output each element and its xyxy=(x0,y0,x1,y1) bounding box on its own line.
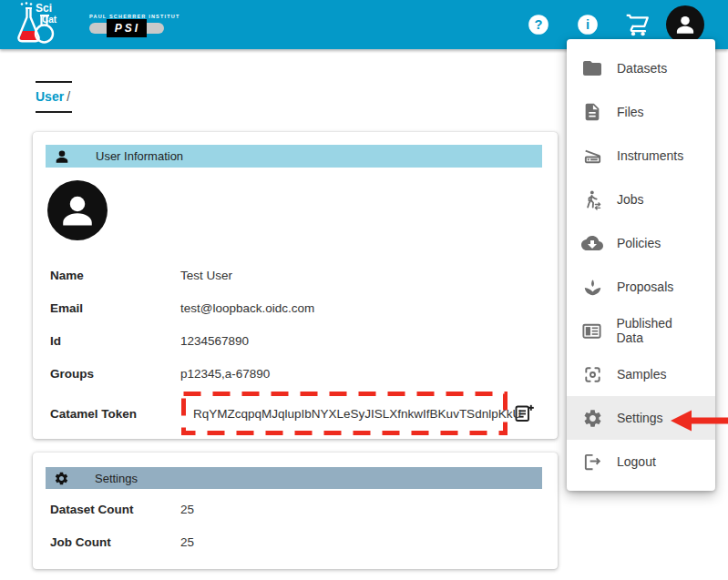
logout-icon xyxy=(581,451,603,473)
user-avatar xyxy=(47,180,108,240)
account-button[interactable] xyxy=(666,5,704,44)
scicat-logo[interactable]: Sci Cat xyxy=(11,1,64,50)
menu-item-published-data[interactable]: Published Data xyxy=(567,309,715,352)
menu-item-label: Settings xyxy=(617,411,663,425)
menu-item-label: Policies xyxy=(617,236,661,250)
card-title: User Information xyxy=(96,149,183,163)
gear-icon xyxy=(581,407,603,429)
menu-item-samples[interactable]: Samples xyxy=(567,352,715,396)
breadcrumb: User/ xyxy=(36,81,72,113)
psi-bar-icon: PSI xyxy=(89,23,164,34)
scanner-icon xyxy=(581,145,603,167)
user-avatar-icon xyxy=(57,190,97,230)
settings-card: Settings Dataset Count 25 Job Count 25 xyxy=(33,453,558,569)
field-row-id: Id 1234567890 xyxy=(33,324,558,357)
center-focus-icon xyxy=(581,363,603,385)
person-walk-icon xyxy=(581,188,603,210)
menu-item-logout[interactable]: Logout xyxy=(567,440,715,483)
menu-item-label: Files xyxy=(617,105,644,119)
scicat-flask-icon: Sci Cat xyxy=(11,1,64,46)
token-highlight-box: RqYMZcqpqMJqlupIbNYXLeSyJISLXfnkwIfBKuvT… xyxy=(180,391,508,436)
field-row-groups: Groups p12345,a-67890 xyxy=(33,357,558,390)
settings-fields: Dataset Count 25 Job Count 25 xyxy=(33,493,558,558)
menu-item-proposals[interactable]: Proposals xyxy=(567,265,715,309)
svg-text:Cat: Cat xyxy=(42,15,57,25)
user-fields: Name Test User Email test@loopback.oidc.… xyxy=(33,259,558,437)
cart-icon xyxy=(625,13,650,37)
menu-item-label: Logout xyxy=(617,454,656,469)
menu-item-label: Datasets xyxy=(617,61,667,76)
card-title: Settings xyxy=(95,472,138,485)
psi-logo[interactable]: PAUL SCHERRER INSTITUT PSI xyxy=(89,14,180,34)
settings-card-header: Settings xyxy=(46,467,542,489)
menu-item-policies[interactable]: Policies xyxy=(567,221,715,265)
menu-item-jobs[interactable]: Jobs xyxy=(567,178,715,221)
field-row-job-count: Job Count 25 xyxy=(33,525,558,558)
menu-item-files[interactable]: Files xyxy=(567,90,715,134)
svg-text:Sci: Sci xyxy=(36,2,52,15)
menu-item-label: Samples xyxy=(617,367,666,382)
reader-icon xyxy=(581,320,602,341)
catamel-token-value: RqYMZcqpqMJqlupIbNYXLeSyJISLXfnkwIfBKuvT… xyxy=(193,407,521,421)
field-row-catamel-token: Catamel Token RqYMZcqpqMJqlupIbNYXLeSyJI… xyxy=(33,390,558,437)
field-row-name: Name Test User xyxy=(33,259,558,291)
menu-item-label: Published Data xyxy=(616,316,701,345)
file-icon xyxy=(581,101,603,123)
field-row-email: Email test@loopback.oidc.com xyxy=(33,291,558,324)
breadcrumb-separator: / xyxy=(67,89,70,104)
help-button[interactable]: ? xyxy=(520,6,557,43)
menu-item-datasets[interactable]: Datasets xyxy=(567,46,715,90)
menu-item-label: Jobs xyxy=(617,192,644,207)
spa-icon xyxy=(581,276,603,298)
gear-icon xyxy=(54,471,69,486)
info-button[interactable]: i xyxy=(569,6,606,43)
user-information-header: User Information xyxy=(46,145,542,168)
folder-icon xyxy=(581,57,603,79)
info-icon: i xyxy=(576,13,600,36)
menu-item-label: Proposals xyxy=(617,280,673,294)
user-information-card: User Information Name Test User Email te… xyxy=(33,132,558,439)
cart-button[interactable] xyxy=(619,6,655,43)
breadcrumb-user-link[interactable]: User xyxy=(36,89,64,104)
svg-text:?: ? xyxy=(535,17,543,32)
cloud-download-icon xyxy=(581,232,603,254)
menu-item-instruments[interactable]: Instruments xyxy=(567,134,715,178)
menu-item-label: Instruments xyxy=(617,148,683,163)
annotation-arrow-icon xyxy=(670,408,728,433)
help-icon: ? xyxy=(527,13,550,36)
person-icon xyxy=(54,148,70,165)
field-row-dataset-count: Dataset Count 25 xyxy=(33,493,558,525)
svg-text:i: i xyxy=(586,17,590,32)
account-avatar-icon xyxy=(673,13,697,36)
